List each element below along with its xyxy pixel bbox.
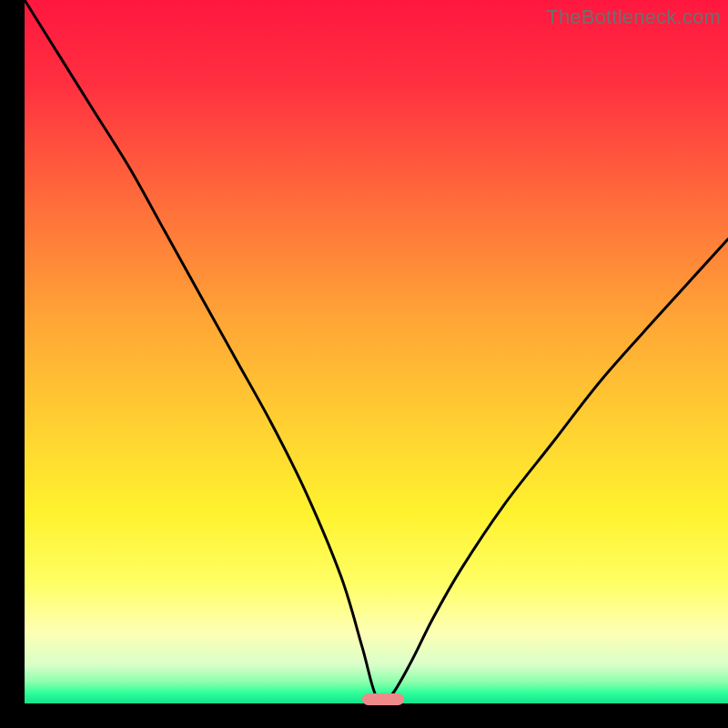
gradient-background <box>25 0 728 703</box>
chart-frame: TheBottleneck.com <box>25 0 728 703</box>
optimal-marker <box>362 693 404 704</box>
watermark-text: TheBottleneck.com <box>546 5 721 29</box>
bottleneck-chart <box>25 0 728 703</box>
